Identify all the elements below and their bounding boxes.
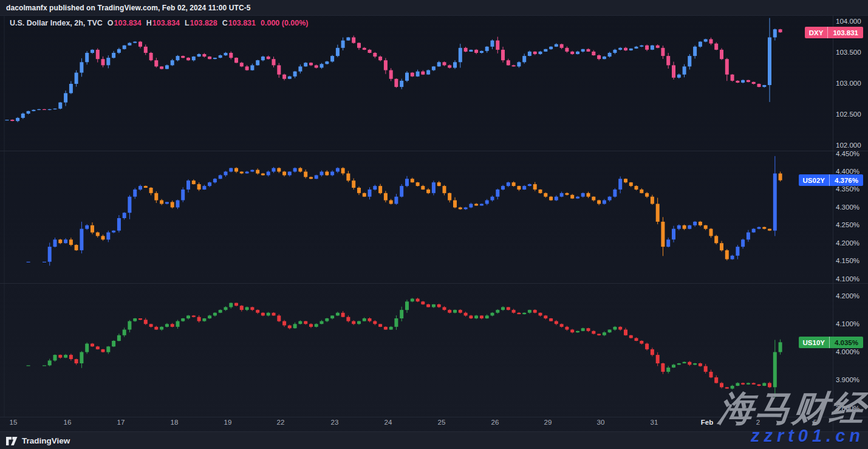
time-tick-label: 31	[651, 419, 658, 426]
symbol-title[interactable]: U.S. Dollar Index, 2h, TVC	[10, 19, 103, 27]
time-tick-label: Feb	[701, 419, 713, 426]
badge-symbol-label: US02Y	[799, 174, 829, 186]
price-tick-label: 102.000	[836, 141, 866, 150]
bottom-toolbar: TradingView	[0, 431, 868, 449]
price-tick-label: 4.200%	[836, 292, 866, 301]
time-tick-label: 19	[224, 419, 232, 426]
ohlc-values: O103.834H103.834L103.828C103.831	[108, 19, 256, 27]
price-tick-label: 103.500	[836, 48, 866, 57]
badge-price-value: 4.376%	[830, 174, 863, 186]
badge-price-value: 4.035%	[830, 337, 863, 348]
tradingview-logo-icon[interactable]	[6, 437, 18, 445]
time-tick-label: 29	[544, 419, 552, 426]
ohlc-item: L103.828	[185, 19, 217, 27]
ohlc-item: H103.834	[146, 19, 180, 27]
price-tick-label: 4.000%	[836, 348, 866, 357]
price-tick-label: 4.200%	[836, 239, 866, 248]
price-tick-label: 4.100%	[836, 320, 866, 329]
time-tick-label: 17	[117, 419, 125, 426]
ohlc-item: O103.834	[108, 19, 142, 27]
ohlc-value: 103.831	[228, 19, 256, 27]
price-tick-label: 104.000	[836, 17, 866, 26]
time-tick-label: 22	[277, 419, 285, 426]
ohlc-item: C103.831	[222, 19, 256, 27]
time-tick-label: 25	[438, 419, 446, 426]
badge-symbol-label: US10Y	[799, 337, 829, 348]
time-tick-label: 26	[491, 419, 499, 426]
price-tick-label: 4.150%	[836, 256, 866, 266]
symbol-legend[interactable]: U.S. Dollar Index, 2h, TVC O103.834H103.…	[10, 19, 309, 27]
ohlc-key: H	[146, 19, 152, 27]
change-value: 0.000 (0.00%)	[261, 19, 309, 27]
ohlc-value: 103.828	[190, 19, 217, 27]
badge-symbol-label: DXY	[805, 27, 828, 38]
price-tick-label: 4.250%	[836, 221, 866, 230]
ohlc-key: C	[222, 19, 228, 27]
last-price-badge-dxy: DXY103.831	[805, 27, 863, 38]
candlestick-chart-canvas[interactable]	[0, 0, 868, 449]
time-tick-label: 16	[64, 419, 72, 426]
time-tick-label: 30	[597, 419, 605, 426]
price-tick-label: 4.300%	[836, 203, 866, 212]
time-tick-label: 24	[384, 419, 392, 426]
time-tick-label: 18	[171, 419, 179, 426]
ohlc-value: 103.834	[152, 19, 180, 27]
ohlc-key: L	[185, 19, 190, 27]
price-tick-label: 4.450%	[836, 149, 866, 159]
last-price-badge-us02y: US02Y4.376%	[799, 174, 863, 186]
price-tick-label: 3.900%	[836, 375, 866, 385]
ohlc-key: O	[108, 19, 114, 27]
price-tick-label: 4.350%	[836, 185, 866, 194]
ohlc-value: 103.834	[114, 19, 142, 27]
tradingview-brand-text[interactable]: TradingView	[22, 436, 70, 445]
time-tick-label: 15	[10, 419, 18, 426]
price-tick-label: 102.500	[836, 110, 866, 119]
watermark-url: zzrt01.cn	[751, 426, 864, 446]
price-tick-label: 4.100%	[836, 275, 866, 284]
time-tick-label: 23	[331, 419, 339, 426]
badge-price-value: 103.831	[828, 27, 863, 38]
last-price-badge-us10y: US10Y4.035%	[799, 337, 863, 348]
price-tick-label: 103.000	[836, 79, 866, 88]
tradingview-snapshot: dacolmanfx published on TradingView.com,…	[0, 0, 868, 449]
